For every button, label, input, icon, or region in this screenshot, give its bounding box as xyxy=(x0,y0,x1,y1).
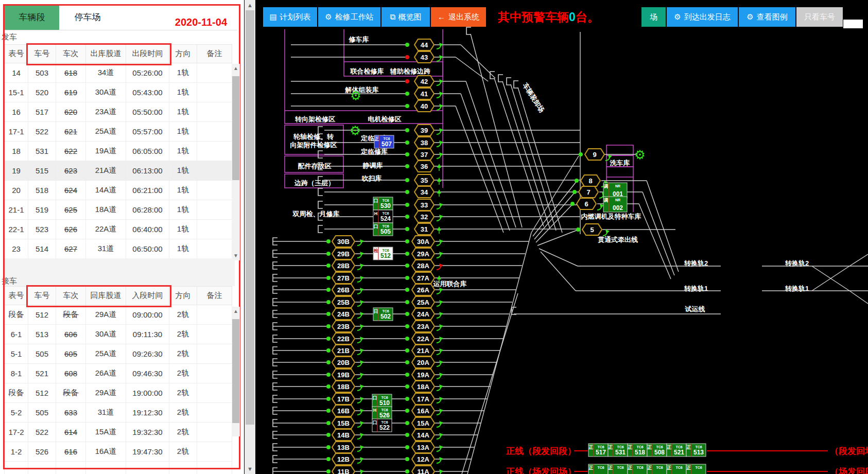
track-badge[interactable]: 20A xyxy=(412,357,435,368)
track-badge[interactable]: 28B xyxy=(332,260,355,271)
train-badge[interactable]: 口TC6530 xyxy=(373,197,393,210)
track-badge[interactable]: 9 xyxy=(585,149,604,160)
track-badge[interactable]: 36 xyxy=(414,161,434,172)
scrollbar-thumb[interactable] xyxy=(246,10,254,425)
track-badge[interactable]: 34 xyxy=(414,186,434,198)
table-row[interactable]: 17-152262125A道05:57:001轨 xyxy=(5,122,232,142)
track-badge[interactable]: 41 xyxy=(414,88,434,99)
train-badge[interactable]: 检TC6512 xyxy=(373,247,393,260)
track-badge[interactable]: 17B xyxy=(332,393,355,405)
table-row[interactable]: 2051862414A道06:21:001轨 xyxy=(5,181,232,200)
train-badge[interactable]: HTC6526 xyxy=(372,407,392,419)
scrollbar-thumb[interactable] xyxy=(232,319,239,423)
train-badge[interactable]: 正TC6531 xyxy=(608,444,628,457)
scroll-down-icon[interactable]: ▼ xyxy=(245,466,255,472)
table-row[interactable]: 1-252661616A道19:47:302轨 xyxy=(5,442,232,462)
train-badge[interactable]: 正TC6508 xyxy=(647,444,667,457)
track-badge[interactable]: 24B xyxy=(332,308,355,320)
track-badge[interactable]: 39 xyxy=(414,125,434,136)
track-badge[interactable]: 35 xyxy=(414,174,434,186)
show-car-number-checkbox[interactable] xyxy=(843,20,863,28)
track-badge[interactable]: 32 xyxy=(414,211,434,222)
track-badge[interactable]: 17A xyxy=(412,393,435,405)
track-badge[interactable]: 44 xyxy=(414,39,434,50)
train-badge[interactable]: 日TC6502 xyxy=(373,308,393,321)
table-row[interactable]: 1951562321A道06:13:001轨 xyxy=(5,161,232,181)
toolbar-button[interactable]: ▤计划列表 xyxy=(263,7,317,27)
train-badge[interactable]: 口TC6505 xyxy=(373,223,393,236)
table-row[interactable]: 6-151360630A道09:11:302轨 xyxy=(5,325,232,344)
table-row[interactable]: 段备512段备29A道19:00:002轨 xyxy=(5,383,232,403)
arrival-table-scrollbar[interactable]: ▲ xyxy=(232,307,240,436)
track-badge[interactable]: 11A xyxy=(412,466,435,474)
track-badge[interactable]: 33 xyxy=(414,199,434,210)
toolbar-button[interactable]: ⚙到达出发日志 xyxy=(667,7,738,27)
track-badge[interactable]: 12A xyxy=(412,453,435,465)
table-row[interactable]: 5-250563331道19:12:302轨 xyxy=(5,403,232,423)
track-badge[interactable]: 40 xyxy=(414,100,434,112)
train-badge[interactable]: 正TC6518 xyxy=(628,444,648,457)
train-badge[interactable]: 正TC6517 xyxy=(588,444,609,457)
page-scrollbar[interactable]: ▲ ▼ xyxy=(245,0,255,474)
track-badge[interactable]: 8 xyxy=(581,175,600,186)
train-badge[interactable]: HTC6524 xyxy=(373,210,393,223)
track-badge[interactable]: 42 xyxy=(414,76,434,87)
train-badge[interactable]: 正TC6 xyxy=(588,464,609,474)
track-badge[interactable]: 37 xyxy=(414,149,434,160)
track-badge[interactable]: 16B xyxy=(332,405,355,416)
tab-vehicle-depot[interactable]: 车辆段 xyxy=(5,5,59,30)
scroll-up-icon[interactable]: ▲ xyxy=(232,308,240,315)
tab-parking-lot[interactable]: 停车场 xyxy=(59,5,116,30)
table-row[interactable]: 1450361834道05:26:001轨 xyxy=(5,63,232,83)
train-badge[interactable]: 正TC6521 xyxy=(667,444,687,457)
train-badge[interactable]: 口TC6522 xyxy=(372,419,392,432)
table-row[interactable]: 22-152362622A道06:40:001轨 xyxy=(5,220,232,239)
track-badge[interactable]: 25B xyxy=(332,296,355,308)
track-badge[interactable]: 27A xyxy=(412,272,435,284)
toolbar-button[interactable]: ←退出系统 xyxy=(431,7,486,27)
track-badge[interactable]: 21B xyxy=(332,345,355,356)
scroll-down-icon[interactable]: ▼ xyxy=(232,252,240,259)
track-badge[interactable]: 29B xyxy=(332,248,355,259)
scroll-up-icon[interactable]: ▲ xyxy=(232,65,240,72)
train-badge[interactable]: 正TC6 xyxy=(647,464,667,474)
track-badge[interactable]: 12B xyxy=(332,453,355,465)
train-badge[interactable]: 调NR001 xyxy=(603,183,628,198)
table-row[interactable]: 15-152061930A道05:43:001轨 xyxy=(5,83,232,102)
table-row[interactable]: 21-151962518A道06:28:001轨 xyxy=(5,200,232,220)
track-badge[interactable]: 13B xyxy=(332,442,355,453)
train-badge[interactable]: 正TC6 xyxy=(628,464,648,474)
track-badge[interactable]: 24A xyxy=(412,308,435,320)
track-badge[interactable]: 30A xyxy=(412,236,435,247)
table-row[interactable]: 17-252261415A道19:32:302轨 xyxy=(5,423,232,442)
table-row[interactable]: 1651762023A道05:50:001轨 xyxy=(5,102,232,122)
track-badge[interactable]: 43 xyxy=(414,51,434,63)
track-badge[interactable]: 5 xyxy=(582,224,602,235)
track-badge[interactable]: 6 xyxy=(577,198,596,209)
train-badge[interactable]: 调NR002 xyxy=(603,197,628,212)
track-badge[interactable]: 38 xyxy=(414,137,434,148)
track-badge[interactable]: 19B xyxy=(332,369,355,380)
toolbar-button[interactable]: 场 xyxy=(641,7,666,27)
track-badge[interactable]: 13A xyxy=(412,442,435,453)
track-badge[interactable]: 18B xyxy=(332,381,355,392)
track-badge[interactable]: 25A xyxy=(412,296,435,308)
toolbar-button[interactable]: ⧉概览图 xyxy=(381,7,430,27)
track-badge[interactable]: 20B xyxy=(332,357,355,368)
table-row[interactable]: 段备512段备29A道09:00:002轨 xyxy=(5,305,232,325)
scrollbar-thumb[interactable] xyxy=(232,76,239,180)
track-badge[interactable]: 7 xyxy=(579,186,598,198)
track-badge[interactable]: 15A xyxy=(412,417,435,429)
train-badge[interactable]: 正TC6 xyxy=(667,464,687,474)
track-badge[interactable]: 22A xyxy=(412,333,435,344)
train-badge[interactable]: 正TC6507 xyxy=(374,135,394,148)
track-badge[interactable]: 26B xyxy=(332,284,355,295)
track-badge[interactable]: 23A xyxy=(412,321,435,332)
track-badge[interactable]: 22B xyxy=(332,333,355,344)
table-row[interactable]: 8-152160826A道09:46:302轨 xyxy=(5,364,232,383)
toolbar-button[interactable]: ⚙检修工作站 xyxy=(318,7,380,27)
track-badge[interactable]: 18A xyxy=(412,381,435,392)
train-badge[interactable]: 正TC6513 xyxy=(686,444,706,457)
track-badge[interactable]: 30B xyxy=(332,236,355,247)
scroll-up-icon[interactable]: ▲ xyxy=(245,2,255,8)
